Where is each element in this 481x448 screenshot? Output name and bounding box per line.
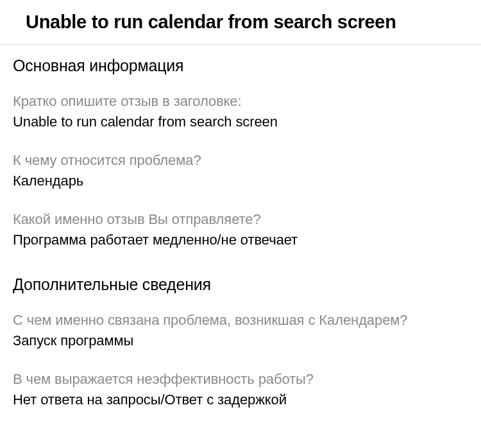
field-inefficiency: В чем выражается неэффективность работы?… — [13, 371, 468, 408]
field-value-inefficiency: Нет ответа на запросы/Ответ с задержкой — [13, 392, 468, 408]
field-value-problem-detail: Запуск программы — [13, 332, 468, 349]
field-label-summary: Кратко опишите отзыв в заголовке: — [13, 93, 468, 110]
page-title: Unable to run calendar from search scree… — [26, 12, 468, 33]
field-value-feedback-type: Программа работает медленно/не отвечает — [13, 232, 468, 248]
content-area: Основная информация Кратко опишите отзыв… — [0, 45, 481, 408]
field-value-summary: Unable to run calendar from search scree… — [13, 114, 468, 130]
section-heading-additional: Дополнительные сведения — [13, 275, 468, 294]
page-header: Unable to run calendar from search scree… — [0, 0, 481, 45]
field-area: К чему относится проблема? Календарь — [13, 152, 468, 189]
field-value-area: Календарь — [13, 173, 468, 189]
field-problem-detail: С чем именно связана проблема, возникшая… — [13, 312, 468, 349]
field-label-feedback-type: Какой именно отзыв Вы отправляете? — [13, 211, 468, 228]
field-label-inefficiency: В чем выражается неэффективность работы? — [13, 371, 468, 388]
field-summary: Кратко опишите отзыв в заголовке: Unable… — [13, 93, 468, 130]
field-label-problem-detail: С чем именно связана проблема, возникшая… — [13, 312, 468, 329]
field-label-area: К чему относится проблема? — [13, 152, 468, 169]
section-heading-basic: Основная информация — [13, 56, 468, 75]
field-feedback-type: Какой именно отзыв Вы отправляете? Прогр… — [13, 211, 468, 248]
